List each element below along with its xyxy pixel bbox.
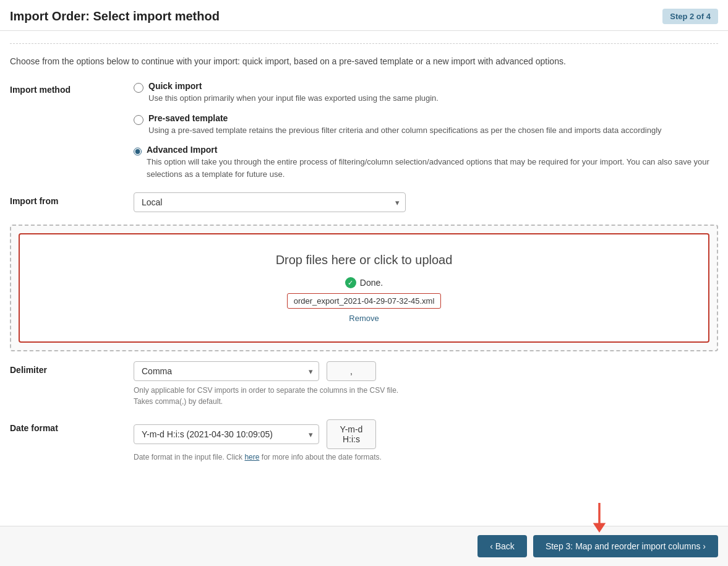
radio-quick-label: Quick import	[148, 81, 439, 91]
radio-presaved-desc: Using a pre-saved template retains the p…	[148, 124, 662, 137]
next-button[interactable]: Step 3: Map and reorder import columns ›	[533, 535, 718, 557]
radio-quick-content: Quick import Use this option primarily w…	[148, 81, 439, 105]
import-from-field: Local FTP URL	[134, 192, 718, 212]
radio-advanced-desc: This option will take you through the en…	[147, 156, 718, 180]
done-icon: ✓	[345, 277, 356, 288]
date-format-row: Date format Y-m-d H:i:s (2021-04-30 10:0…	[10, 419, 718, 461]
radio-option-quick: Quick import Use this option primarily w…	[134, 81, 718, 105]
arrow-indicator	[588, 503, 610, 534]
upload-dropzone[interactable]: Drop files here or click to upload ✓ Don…	[19, 233, 709, 343]
content-area: Choose from the options below to continu…	[0, 31, 728, 526]
delimiter-value: ,	[327, 361, 376, 381]
import-from-label: Import from	[10, 192, 134, 206]
radio-quick-desc: Use this option primarily when your inpu…	[148, 92, 439, 105]
delimiter-select-wrapper[interactable]: Comma Semicolon Tab Space	[134, 361, 319, 381]
date-format-note: Date format in the input file. Click her…	[134, 453, 718, 461]
upload-drop-text: Drop files here or click to upload	[276, 253, 453, 267]
import-from-select-wrapper[interactable]: Local FTP URL	[134, 192, 406, 212]
delimiter-row: Delimiter Comma Semicolon Tab Space , On…	[10, 361, 718, 407]
back-button[interactable]: ‹ Back	[477, 535, 527, 557]
import-method-label: Import method	[10, 81, 134, 95]
delimiter-note: Only applicable for CSV imports in order…	[134, 385, 718, 407]
page-description: Choose from the options below to continu…	[10, 56, 718, 66]
step-badge: Step 2 of 4	[662, 9, 718, 24]
import-from-select[interactable]: Local FTP URL	[134, 192, 406, 212]
uploaded-filename: order_export_2021-04-29-07-32-45.xml	[287, 293, 442, 309]
import-from-row: Import from Local FTP URL	[10, 192, 718, 212]
import-method-field: Quick import Use this option primarily w…	[134, 81, 718, 180]
radio-advanced-content: Advanced Import This option will take yo…	[147, 145, 718, 180]
radio-presaved[interactable]	[134, 115, 143, 125]
upload-outer: Drop files here or click to upload ✓ Don…	[10, 225, 718, 351]
delimiter-field: Comma Semicolon Tab Space , Only applica…	[134, 361, 718, 407]
date-format-select[interactable]: Y-m-d H:i:s (2021-04-30 10:09:05) d/m/Y …	[134, 424, 319, 444]
date-format-select-wrapper[interactable]: Y-m-d H:i:s (2021-04-30 10:09:05) d/m/Y …	[134, 424, 319, 444]
delimiter-select[interactable]: Comma Semicolon Tab Space	[134, 361, 319, 381]
page-header: Import Order: Select import method Step …	[0, 0, 728, 31]
radio-group: Quick import Use this option primarily w…	[134, 81, 718, 180]
footer: ‹ Back Step 3: Map and reorder import co…	[0, 526, 728, 566]
radio-advanced-label: Advanced Import	[147, 145, 718, 155]
remove-link[interactable]: Remove	[349, 314, 379, 323]
delimiter-label: Delimiter	[10, 361, 134, 375]
date-format-display: Y-m-d H:i:s	[327, 419, 376, 449]
date-format-controls: Y-m-d H:i:s (2021-04-30 10:09:05) d/m/Y …	[134, 419, 718, 449]
radio-option-advanced: Advanced Import This option will take yo…	[134, 145, 718, 180]
date-format-label: Date format	[10, 419, 134, 433]
svg-marker-1	[593, 523, 606, 533]
top-divider	[10, 43, 718, 44]
done-text: Done.	[360, 278, 383, 288]
radio-presaved-content: Pre-saved template Using a pre-saved tem…	[148, 113, 662, 137]
page-title: Import Order: Select import method	[10, 9, 220, 24]
import-method-row: Import method Quick import Use this opti…	[10, 81, 718, 180]
delimiter-controls: Comma Semicolon Tab Space ,	[134, 361, 718, 381]
radio-quick[interactable]	[134, 83, 143, 93]
radio-option-presaved: Pre-saved template Using a pre-saved tem…	[134, 113, 718, 137]
date-format-link[interactable]: here	[244, 453, 259, 461]
done-row: ✓ Done.	[345, 277, 383, 288]
radio-presaved-label: Pre-saved template	[148, 113, 662, 123]
radio-advanced[interactable]	[134, 147, 142, 157]
date-format-field: Y-m-d H:i:s (2021-04-30 10:09:05) d/m/Y …	[134, 419, 718, 461]
